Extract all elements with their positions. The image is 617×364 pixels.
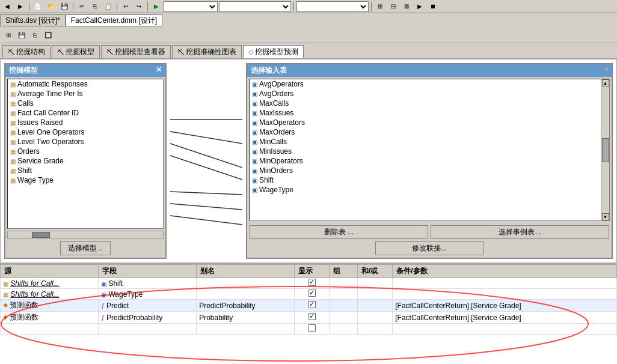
tab-model[interactable]: ⛏ 挖掘模型 [52,45,100,58]
row2-show[interactable] [295,300,330,312]
list-item-2[interactable]: ▦ Calls [8,99,163,108]
sep3 [117,2,117,11]
select-model-btn[interactable]: 选择模型 .. [60,241,111,255]
list-item-3[interactable]: ▦ Fact Call Center ID [8,108,163,118]
row1-show[interactable] [295,289,330,300]
tab-structure[interactable]: ⛏ 挖掘结构 [2,45,51,58]
svg-line-1 [170,132,242,144]
input-item-5[interactable]: ▣ MaxOrders [250,127,601,137]
row3-show-cb[interactable] [308,313,316,320]
row1-group [330,289,358,300]
extra-btn3[interactable]: ⊠ [401,1,413,12]
row4-show[interactable] [295,324,330,335]
run-btn[interactable]: ▶ [150,1,162,12]
input-panel-list[interactable]: ▣ AvgOperators ▣ AvgOrders ▣ MaxCalls [249,79,610,221]
input-label-11: WageType [259,186,293,194]
sep5 [293,2,294,11]
back-btn[interactable]: ◀ [1,1,13,12]
tab-viewer-icon: ⛏ [106,49,113,56]
open-btn[interactable]: 📂 [45,1,57,12]
grid-btn[interactable]: ⊞ [2,30,14,41]
table-row[interactable]: ✱ 预测函数 ƒ Predict PredictProbability [Fac… [1,300,617,312]
scroll-thumb[interactable] [602,138,609,162]
new-btn[interactable]: 📄 [32,1,44,12]
input-item-7[interactable]: ▣ MinIssues [250,147,601,156]
extra-btn1[interactable]: ⊞ [374,1,386,12]
extra-btn5[interactable]: ⏹ [427,1,439,12]
table-row[interactable]: ▦ Shifts for Call... ▣ WageType [1,289,617,300]
input-item-6[interactable]: ▣ MinCalls [250,137,601,147]
view3-btn[interactable]: 🔲 [42,30,54,41]
copy-btn[interactable]: ⎘ [89,1,101,12]
hscroll-thumb[interactable] [32,232,50,238]
svg-line-5 [170,204,242,210]
list-item-1[interactable]: ▦ Average Time Per Is [8,89,163,99]
list-item-6[interactable]: ▦ Level Two Operators [8,137,163,147]
select-case-btn[interactable]: 选择事例表... [431,225,609,239]
tab-accuracy[interactable]: ⛏ 挖掘准确性图表 [172,45,242,58]
input-item-1[interactable]: ▣ AvgOrders [250,89,601,99]
mode-select[interactable]: Developer [164,1,218,12]
list-item-4[interactable]: ▦ Issues Raised [8,118,163,127]
list-item-0[interactable]: ▦ Automatic Responses [8,79,163,89]
delete-table-btn[interactable]: 删除表 ... [250,225,428,239]
extra-btn2[interactable]: ⊟ [387,1,399,12]
omit-select[interactable]: omit [296,1,369,12]
input-icon-8: ▣ [252,158,257,165]
input-item-9[interactable]: ▣ MinOrders [250,166,601,175]
list-item-9[interactable]: ▦ Shift [8,166,163,175]
row1-show-cb[interactable] [308,290,316,297]
table-row[interactable] [1,324,617,335]
function-tabs: ⛏ 挖掘结构 ⛏ 挖掘模型 ⛏ 挖掘模型查看器 ⛏ 挖掘准确性图表 ◇ 挖掘模型… [0,43,617,59]
sep2 [73,2,73,11]
table-row[interactable]: ▦ Shifts for Call... ▣ Shift [1,278,617,289]
save2-btn[interactable]: 💾 [16,30,28,41]
row3-condition: [FactCallCenterReturn].[Service Grade] [393,312,617,324]
list-item-5[interactable]: ▦ Level One Operators [8,127,163,137]
row3-show[interactable] [295,312,330,324]
input-label-2: MaxCalls [259,99,289,108]
doc-tab-shifts[interactable]: Shifts.dsv [设计]* [0,14,66,26]
input-table-panel: 选择输入表 ■ ▣ AvgOperators ▣ AvgOrders [246,63,613,259]
default-select[interactable]: Default [219,1,291,12]
input-item-3[interactable]: ▣ MaxIssues [250,108,601,118]
modify-link-btn[interactable]: 修改联接... [375,241,483,255]
doc-tab-factcall[interactable]: FactCallCenter.dmm [设计] [66,14,162,26]
cut-btn[interactable]: ✂ [76,1,88,12]
row0-show[interactable] [295,278,330,289]
row4-or [358,324,393,335]
row4-source [1,324,99,335]
undo-btn[interactable]: ↩ [120,1,132,12]
input-item-0[interactable]: ▣ AvgOperators [250,79,601,89]
list-item-10[interactable]: ▦ Wage Type [8,175,163,185]
input-item-2[interactable]: ▣ MaxCalls [250,99,601,108]
mining-panel-list[interactable]: ▦ Automatic Responses ▦ Average Time Per… [7,79,164,229]
scroll-down[interactable]: ▼ [602,213,609,220]
row1-field-icon: ▣ [101,291,106,298]
scroll-up[interactable]: ▲ [602,79,609,86]
row0-show-cb[interactable] [308,279,316,286]
extra-btn4[interactable]: ▶ [414,1,426,12]
mining-panel-close[interactable]: ✕ [156,65,162,76]
row4-show-cb[interactable] [308,324,316,332]
tab-predict[interactable]: ◇ 挖掘模型预测 [243,45,304,58]
input-panel-close[interactable]: ■ [604,65,608,76]
input-item-4[interactable]: ▣ MaxOperators [250,118,601,127]
redo-btn[interactable]: ↪ [133,1,145,12]
mining-panel-hscroll[interactable] [7,231,164,239]
input-item-8[interactable]: ▣ MinOperators [250,156,601,166]
list-item-7[interactable]: ▦ Orders [8,147,163,156]
input-item-10[interactable]: ▣ Shift [250,175,601,185]
row2-show-cb[interactable] [308,301,316,308]
doc-tab-factcall-label: FactCallCenter.dmm [设计] [71,16,157,26]
row2-source-label: 预测函数 [10,301,38,309]
table-row[interactable]: ✱ 预测函数 ƒ PredictProbability Probability … [1,312,617,324]
vscroll-bar[interactable]: ▲ ▼ [601,79,609,220]
save-btn[interactable]: 💾 [58,1,70,12]
input-item-11[interactable]: ▣ WageType [250,185,601,195]
copy2-btn[interactable]: ⎘ [29,30,41,41]
paste-btn[interactable]: 📋 [102,1,114,12]
forward-btn[interactable]: ▶ [14,1,26,12]
tab-viewer[interactable]: ⛏ 挖掘模型查看器 [101,45,171,58]
list-item-8[interactable]: ▦ Service Grade [8,156,163,166]
